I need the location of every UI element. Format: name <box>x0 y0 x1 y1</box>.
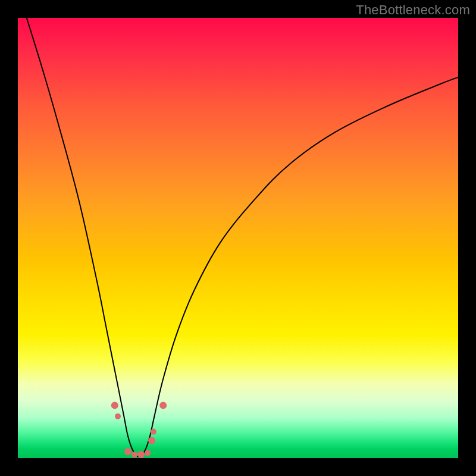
data-marker <box>115 414 121 419</box>
watermark-text: TheBottleneck.com <box>356 2 470 18</box>
chart-frame: TheBottleneck.com <box>0 0 476 476</box>
curve-layer <box>18 18 458 458</box>
data-marker <box>131 452 137 458</box>
data-markers <box>111 402 167 458</box>
data-marker <box>145 450 151 456</box>
data-marker <box>151 429 156 435</box>
plot-area <box>18 18 458 458</box>
data-marker <box>159 402 167 409</box>
bottleneck-curve <box>27 18 458 457</box>
data-marker <box>124 448 131 455</box>
data-marker <box>111 402 118 409</box>
data-marker <box>137 451 145 458</box>
data-marker <box>148 437 155 444</box>
